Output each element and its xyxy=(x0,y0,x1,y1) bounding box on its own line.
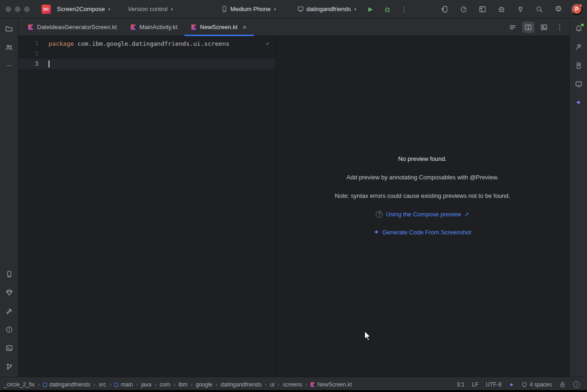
gradle-icon xyxy=(575,43,582,51)
studio-bot-button[interactable] xyxy=(495,3,508,15)
breadcrumb-item[interactable]: datingandfriends xyxy=(43,381,91,388)
settings-button[interactable]: ⚙ xyxy=(552,3,564,15)
breadcrumb-item[interactable]: java xyxy=(141,381,151,388)
gradle-button[interactable] xyxy=(572,41,585,54)
code-editor[interactable]: 1 package com.ibm.google.datingandfriend… xyxy=(18,36,275,377)
breadcrumb-item[interactable]: main xyxy=(114,381,133,388)
more-toolwindows-button[interactable]: ⋯ xyxy=(3,59,16,72)
project-selector[interactable]: Screen2Compose ▾ xyxy=(54,4,113,14)
editor-options-button[interactable]: ⋮ xyxy=(554,22,566,33)
resource-manager-button[interactable] xyxy=(3,286,16,299)
gemini-status-icon[interactable]: ✦ xyxy=(509,381,514,388)
chevron-down-icon: ▾ xyxy=(274,7,276,12)
profiler-button[interactable] xyxy=(458,3,470,15)
chevron-right-icon: › xyxy=(38,381,40,388)
phone-device-icon xyxy=(221,6,228,12)
editor-content-row: 1 package com.ibm.google.datingandfriend… xyxy=(18,36,569,377)
split-view-button[interactable] xyxy=(522,22,534,33)
tab-newscreen[interactable]: NewScreen.kt × xyxy=(184,18,254,36)
commit-toolwindow-button[interactable] xyxy=(3,41,16,54)
crumb-label: ui xyxy=(270,381,274,388)
code-view-button[interactable] xyxy=(507,22,519,33)
chevron-right-icon: › xyxy=(265,381,267,388)
inspections-ok-icon[interactable]: ✔ xyxy=(266,40,269,47)
breadcrumb-item[interactable]: google xyxy=(196,381,212,388)
generate-code-from-screenshot-link[interactable]: ✦ Generate Code From Screenshot xyxy=(374,228,471,236)
more-run-options-button[interactable]: ⋮ xyxy=(398,3,410,15)
kebab-menu-icon: ⋮ xyxy=(400,5,407,13)
caret-position-widget[interactable]: 3:1 xyxy=(457,381,465,388)
close-tab-icon[interactable]: × xyxy=(243,24,247,31)
preview-message-note: Note: syntax errors could cause existing… xyxy=(335,192,510,199)
keyword-token: package xyxy=(49,40,74,47)
device-explorer-icon xyxy=(575,62,582,69)
chevron-right-icon: › xyxy=(93,381,95,388)
layout-inspector-button[interactable] xyxy=(477,3,489,15)
line-separator-widget[interactable]: LF xyxy=(472,381,478,388)
editor-tab-bar: DateIdeasGeneratorScreen.kt MainActivity… xyxy=(18,18,569,36)
breadcrumb-item[interactable]: com xyxy=(159,381,170,388)
readonly-toggle[interactable] xyxy=(559,381,566,388)
tab-label: DateIdeasGeneratorScreen.kt xyxy=(37,24,117,31)
gem-icon xyxy=(6,289,13,296)
line-number: 2 xyxy=(18,50,49,57)
code-line-current: 3 xyxy=(18,59,275,69)
plug-icon xyxy=(517,6,524,13)
compose-preview-panel: No preview found. Add preview by annotat… xyxy=(275,36,569,377)
indent-widget[interactable]: 4 spaces xyxy=(521,381,552,388)
crumb-label: google xyxy=(196,381,212,388)
breadcrumb-item[interactable]: ibm xyxy=(178,381,187,388)
plugin-button[interactable] xyxy=(514,3,526,15)
tab-label: NewScreen.kt xyxy=(200,24,238,31)
window-minimize-button[interactable] xyxy=(15,6,20,12)
device-mirroring-button[interactable] xyxy=(439,3,451,15)
tab-mainactivity[interactable]: MainActivity.kt xyxy=(124,18,184,36)
device-manager-button[interactable] xyxy=(3,268,16,281)
problems-button[interactable] xyxy=(3,323,16,336)
users-icon xyxy=(5,43,13,51)
tab-dateideasgeneratorscreen[interactable]: DateIdeasGeneratorScreen.kt xyxy=(21,18,124,36)
preview-message-title: No preview found. xyxy=(398,155,447,162)
terminal-button[interactable] xyxy=(3,342,16,355)
split-view-icon xyxy=(525,24,532,31)
breadcrumb-item-file[interactable]: NewScreen.kt xyxy=(311,381,352,388)
design-view-button[interactable] xyxy=(538,22,550,33)
device-explorer-button[interactable] xyxy=(572,59,585,72)
project-toolwindow-button[interactable] xyxy=(3,22,16,35)
encoding-widget[interactable]: UTF-8 xyxy=(486,381,501,388)
build-button[interactable] xyxy=(3,305,16,318)
run-button[interactable]: ▶ xyxy=(365,3,377,15)
gemini-button[interactable]: ✦ xyxy=(572,96,585,109)
chevron-right-icon: › xyxy=(136,381,138,388)
running-devices-button[interactable] xyxy=(572,78,585,91)
crumb-label: com xyxy=(159,381,170,388)
titlebar: SC Screen2Compose ▾ Version control ▾ Me… xyxy=(0,0,587,18)
chevron-down-icon: ▾ xyxy=(108,7,110,12)
git-branch-icon xyxy=(6,363,13,370)
device-selector[interactable]: Medium Phone ▾ xyxy=(218,4,279,14)
breadcrumb-item[interactable]: src xyxy=(98,381,106,388)
version-control-selector[interactable]: Version control ▾ xyxy=(125,4,176,14)
run-configuration-selector[interactable]: datingandfriends ▾ xyxy=(294,4,359,14)
breadcrumb-item[interactable]: datingandfriends xyxy=(221,381,262,388)
window-close-button[interactable] xyxy=(6,6,11,12)
help-icon: ? xyxy=(376,211,383,218)
version-control-label: Version control xyxy=(128,6,168,12)
breadcrumb-item[interactable]: ui xyxy=(270,381,274,388)
profile-avatar[interactable]: P xyxy=(571,4,582,15)
version-control-toolwindow-button[interactable] xyxy=(3,360,16,373)
code-token: com.ibm.google.datingandfriends.ui.scree… xyxy=(74,40,230,47)
compose-preview-docs-link[interactable]: ? Using the Compose preview ↗ xyxy=(376,211,469,218)
breadcrumb-item[interactable]: _circle_2_fix xyxy=(4,381,35,388)
window-zoom-button[interactable] xyxy=(24,6,30,12)
breadcrumb-item[interactable]: screens xyxy=(283,381,302,388)
kotlin-file-icon xyxy=(28,24,34,30)
notifications-button[interactable] xyxy=(572,22,585,35)
gear-icon: ⚙ xyxy=(555,4,562,14)
problems-icon xyxy=(6,326,13,333)
debug-button[interactable] xyxy=(381,3,393,15)
crumb-label: datingandfriends xyxy=(221,381,262,388)
search-everywhere-button[interactable] xyxy=(533,3,545,15)
link-label: Generate Code From Screenshot xyxy=(382,229,471,236)
info-icon[interactable]: i xyxy=(573,381,580,388)
